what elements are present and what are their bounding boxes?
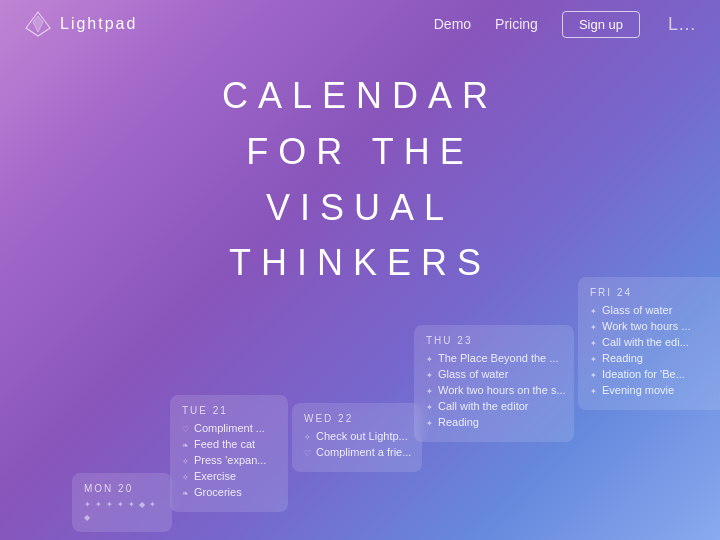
list-item: Ideation for 'Be... — [590, 368, 720, 380]
day-label-tue21: Tue 21 — [182, 405, 276, 416]
nav-pricing[interactable]: Pricing — [495, 16, 538, 32]
sparkle-icon — [426, 400, 433, 412]
item-text: Press 'expan... — [194, 454, 266, 466]
list-item: Reading — [590, 352, 720, 364]
item-text: The Place Beyond the ... — [438, 352, 558, 364]
heart-icon — [304, 446, 311, 458]
sparkle-icon — [590, 384, 597, 396]
nav-demo[interactable]: Demo — [434, 16, 471, 32]
item-text: Check out Lightp... — [316, 430, 408, 442]
star-icon — [182, 454, 189, 466]
sparkle-icon — [590, 352, 597, 364]
nav-links: Demo Pricing Sign up L… — [434, 11, 696, 38]
list-item: Work two hours ... — [590, 320, 720, 332]
item-text: Reading — [602, 352, 643, 364]
list-item: The Place Beyond the ... — [426, 352, 562, 364]
item-text: Compliment a frie... — [316, 446, 411, 458]
list-item: Exercise — [182, 470, 276, 482]
list-item: Groceries — [182, 486, 276, 498]
day-card-mon20: Mon 20 ✦ ✦ ✦ ✦ ✦ ◆ ✦ ◆ — [72, 473, 172, 532]
item-text: Call with the editor — [438, 400, 529, 412]
sparkle-icon — [590, 336, 597, 348]
item-text: Work two hours ... — [602, 320, 690, 332]
item-text: Evening movie — [602, 384, 674, 396]
sparkle-icon — [426, 416, 433, 428]
svg-marker-1 — [33, 16, 43, 32]
list-item: Glass of water — [426, 368, 562, 380]
calendar-area: Mon 20 ✦ ✦ ✦ ✦ ✦ ◆ ✦ ◆ Tue 21 Compliment… — [0, 200, 720, 540]
item-text: Ideation for 'Be... — [602, 368, 685, 380]
list-item: Check out Lightp... — [304, 430, 410, 442]
logo-text: Lightpad — [60, 15, 137, 33]
day-card-thu23: Thu 23 The Place Beyond the ... Glass of… — [414, 325, 574, 442]
list-item: Compliment a frie... — [304, 446, 410, 458]
list-item: Compliment ... — [182, 422, 276, 434]
leaf-icon — [182, 486, 189, 498]
sparkle-icon — [426, 384, 433, 396]
item-text: Call with the edi... — [602, 336, 689, 348]
leaf-icon — [182, 438, 189, 450]
day-label-mon20: Mon 20 — [84, 483, 160, 494]
sparkle-icon — [590, 304, 597, 316]
mon20-dots: ✦ ✦ ✦ ✦ ✦ ◆ ✦ ◆ — [84, 500, 160, 522]
logo-icon — [24, 10, 52, 38]
hero-line-2: FOR THE — [0, 124, 720, 180]
logo[interactable]: Lightpad — [24, 10, 434, 38]
item-text: Feed the cat — [194, 438, 255, 450]
item-text: Glass of water — [602, 304, 672, 316]
list-item: Call with the edi... — [590, 336, 720, 348]
day-card-tue21: Tue 21 Compliment ... Feed the cat Press… — [170, 395, 288, 512]
star-icon — [304, 430, 311, 442]
list-item: Reading — [426, 416, 562, 428]
item-text: Glass of water — [438, 368, 508, 380]
star-icon — [182, 470, 189, 482]
list-item: Glass of water — [590, 304, 720, 316]
list-item: Call with the editor — [426, 400, 562, 412]
sparkle-icon — [590, 320, 597, 332]
hero-line-1: CALENDAR — [0, 68, 720, 124]
day-label-wed22: Wed 22 — [304, 413, 410, 424]
list-item: Work two hours on the s... — [426, 384, 562, 396]
item-text: Work two hours on the s... — [438, 384, 566, 396]
nav-more: L… — [668, 14, 696, 35]
item-text: Reading — [438, 416, 479, 428]
navbar: Lightpad Demo Pricing Sign up L… — [0, 0, 720, 48]
day-label-fri24: Fri 24 — [590, 287, 720, 298]
day-card-fri24: Fri 24 Glass of water Work two hours ...… — [578, 277, 720, 410]
list-item: Press 'expan... — [182, 454, 276, 466]
item-text: Exercise — [194, 470, 236, 482]
sparkle-icon — [590, 368, 597, 380]
sparkle-icon — [426, 368, 433, 380]
sparkle-icon — [426, 352, 433, 364]
list-item: Evening movie — [590, 384, 720, 396]
signup-button[interactable]: Sign up — [562, 11, 640, 38]
list-item: Feed the cat — [182, 438, 276, 450]
day-card-wed22: Wed 22 Check out Lightp... Compliment a … — [292, 403, 422, 472]
item-text: Groceries — [194, 486, 242, 498]
item-text: Compliment ... — [194, 422, 265, 434]
heart-icon — [182, 422, 189, 434]
day-label-thu23: Thu 23 — [426, 335, 562, 346]
